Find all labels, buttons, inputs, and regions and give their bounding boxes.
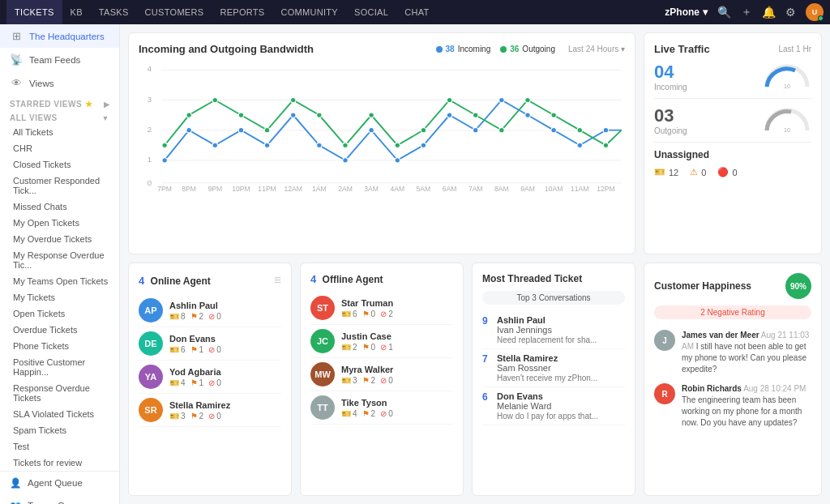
- view-test[interactable]: Test: [0, 438, 119, 455]
- thread-names: Stella RamirezSam Rossner: [497, 353, 625, 373]
- views-icon: 👁: [10, 77, 23, 89]
- view-customer-responded[interactable]: Customer Responded Tick...: [0, 173, 119, 199]
- view-my-overdue-tickets[interactable]: My Overdue Tickets: [0, 231, 119, 247]
- view-sla-violated[interactable]: SLA Violated Tickets: [0, 406, 119, 422]
- agent-errors: ⊘ 0: [208, 345, 221, 354]
- thread-item[interactable]: 7 Stella RamirezSam Rossner Haven't rece…: [482, 349, 625, 387]
- sidebar-item-headquarters[interactable]: ⊞ The Headquarters: [0, 24, 119, 48]
- thread-item[interactable]: 9 Ashlin PaulIvan Jennings Need replacem…: [482, 311, 625, 349]
- agent-stats: 🎫 4 ⚑ 2 ⊘ 0: [341, 409, 453, 418]
- view-my-tickets[interactable]: My Tickets: [0, 289, 119, 305]
- nav-item-chat[interactable]: CHAT: [396, 0, 437, 24]
- thread-names: Ashlin PaulIvan Jennings: [497, 315, 625, 335]
- outgoing-label: Outgoing: [522, 45, 555, 53]
- incoming-gauge: 10: [763, 62, 811, 91]
- view-missed-chats[interactable]: Missed Chats: [0, 199, 119, 215]
- view-all-tickets[interactable]: All Tickets: [0, 124, 119, 140]
- nav-item-social[interactable]: SOCIAL: [346, 0, 396, 24]
- svg-text:4: 4: [148, 65, 152, 74]
- all-views-expand-icon[interactable]: ▼: [102, 114, 109, 122]
- sidebar-item-agent-queue[interactable]: 👤 Agent Queue: [0, 472, 119, 494]
- svg-point-11: [186, 128, 191, 133]
- bandwidth-period[interactable]: Last 24 Hours ▾: [568, 45, 625, 53]
- view-closed-tickets[interactable]: Closed Tickets: [0, 156, 119, 173]
- svg-point-41: [499, 128, 504, 133]
- offline-agent-row[interactable]: JC Justin Case 🎫 2 ⚑ 0 ⊘ 1: [310, 325, 453, 358]
- online-agent-row[interactable]: DE Don Evans 🎫 6 ⚑ 1 ⊘ 0: [139, 327, 281, 361]
- svg-point-16: [317, 143, 322, 147]
- threaded-list: 9 Ashlin PaulIvan Jennings Need replacem…: [482, 311, 625, 425]
- offline-agent-row[interactable]: TT Tike Tyson 🎫 4 ⚑ 2 ⊘ 0: [310, 391, 453, 425]
- svg-point-38: [421, 128, 426, 133]
- svg-point-36: [369, 113, 374, 117]
- view-phone-tickets[interactable]: Phone Tickets: [0, 338, 119, 354]
- online-agent-row[interactable]: AP Ashlin Paul 🎫 8 ⚑ 2 ⊘ 0: [139, 294, 281, 327]
- online-agent-row[interactable]: SR Stella Ramirez 🎫 3 ⚑ 2 ⊘ 0: [139, 394, 281, 427]
- content-area: Incoming and Outgoing Bandwidth 38 Incom…: [120, 24, 830, 504]
- bandwidth-title: Incoming and Outgoing Bandwidth: [139, 43, 314, 55]
- nav-item-kb[interactable]: KB: [62, 0, 91, 24]
- sidebar-item-views[interactable]: 👁 Views: [0, 71, 119, 95]
- svg-point-32: [264, 128, 269, 133]
- settings-icon[interactable]: ⚙: [785, 6, 796, 19]
- unassigned-warning: ⚠ 0: [690, 167, 706, 177]
- online-agents-card: 4 Online Agent ≡ AP Ashlin Paul 🎫 8 ⚑ 2 …: [128, 263, 292, 496]
- agent-warnings: ⚑ 2: [362, 376, 376, 385]
- agent-stats: 🎫 6 ⚑ 1 ⊘ 0: [169, 345, 281, 354]
- add-icon[interactable]: ＋: [741, 5, 752, 19]
- svg-text:1AM: 1AM: [312, 185, 327, 191]
- nav-item-customers[interactable]: CUSTOMERS: [137, 0, 212, 24]
- nav-item-tickets[interactable]: TICKETS: [6, 0, 62, 24]
- svg-point-33: [291, 97, 296, 102]
- nav-item-reports[interactable]: REPORTS: [212, 0, 272, 24]
- offline-agent-row[interactable]: MW Myra Walker 🎫 3 ⚑ 2 ⊘ 0: [310, 358, 453, 391]
- customer-happiness-card: Customer Happiness 90% 2 Negative Rating…: [644, 263, 822, 496]
- view-my-response-overdue[interactable]: My Response Overdue Tic...: [0, 247, 119, 273]
- live-traffic-period: Last 1 Hr: [778, 45, 811, 53]
- search-icon[interactable]: 🔍: [717, 6, 731, 19]
- view-response-overdue[interactable]: Response Overdue Tickets: [0, 380, 119, 406]
- thread-item[interactable]: 6 Don EvansMelanie Ward How do I pay for…: [482, 387, 625, 425]
- notifications-icon[interactable]: 🔔: [762, 6, 776, 19]
- unassigned-section: Unassigned 🎫 12 ⚠ 0 🔴 0: [654, 149, 811, 177]
- sidebar-item-team-feeds[interactable]: 📡 Team Feeds: [0, 48, 119, 71]
- view-open-tickets[interactable]: Open Tickets: [0, 305, 119, 322]
- svg-point-20: [421, 143, 426, 147]
- view-my-open-tickets[interactable]: My Open Tickets: [0, 215, 119, 231]
- brand-name[interactable]: zPhone▾: [665, 6, 708, 18]
- svg-text:10PM: 10PM: [232, 185, 250, 191]
- svg-text:12PM: 12PM: [597, 185, 614, 191]
- view-chr[interactable]: CHR: [0, 140, 119, 156]
- thread-subject: Haven't receive my zPhon...: [497, 374, 625, 382]
- happiness-title: Customer Happiness: [654, 280, 751, 292]
- view-positive-customer[interactable]: Positive Customer Happin...: [0, 354, 119, 380]
- agent-info: Justin Case 🎫 2 ⚑ 0 ⊘ 1: [341, 331, 453, 352]
- svg-text:10: 10: [784, 83, 790, 89]
- view-spam-tickets[interactable]: Spam Tickets: [0, 422, 119, 438]
- nav-item-tasks[interactable]: TASKS: [91, 0, 137, 24]
- svg-point-45: [603, 143, 608, 147]
- agent-warnings: ⚑ 1: [190, 345, 204, 354]
- offline-agents-count: 4: [310, 273, 316, 285]
- view-my-teams-open[interactable]: My Teams Open Tickets: [0, 273, 119, 289]
- svg-point-27: [603, 128, 608, 133]
- svg-point-19: [395, 158, 400, 163]
- online-agent-row[interactable]: YA Yod Agbaria 🎫 4 ⚑ 1 ⊘ 0: [139, 361, 281, 394]
- agent-errors: ⊘ 1: [380, 343, 393, 352]
- agent-name: Don Evans: [169, 334, 281, 344]
- svg-text:2: 2: [148, 125, 152, 134]
- nav-item-community[interactable]: COMMUNITY: [272, 0, 346, 24]
- view-tickets-for-review[interactable]: Tickets for review: [0, 455, 119, 471]
- agent-name: Star Truman: [341, 298, 453, 308]
- user-avatar[interactable]: U: [806, 3, 824, 21]
- happiness-item: R Robin Richards Aug 28 10:24 PM The eng…: [654, 379, 811, 433]
- happiness-name: Robin Richards: [682, 384, 742, 393]
- view-overdue-tickets[interactable]: Overdue Tickets: [0, 322, 119, 338]
- menu-icon[interactable]: ≡: [274, 273, 281, 288]
- offline-agent-row[interactable]: ST Star Truman 🎫 6 ⚑ 0 ⊘ 2: [310, 292, 453, 325]
- outgoing-traffic: 03 Outgoing 10: [654, 105, 811, 135]
- starred-expand-icon[interactable]: ▶: [104, 100, 110, 109]
- agent-warnings: ⚑ 1: [190, 378, 204, 387]
- sidebar-item-teams-queue[interactable]: 👥 Teams Queue: [0, 494, 119, 504]
- agent-errors: ⊘ 0: [380, 409, 393, 418]
